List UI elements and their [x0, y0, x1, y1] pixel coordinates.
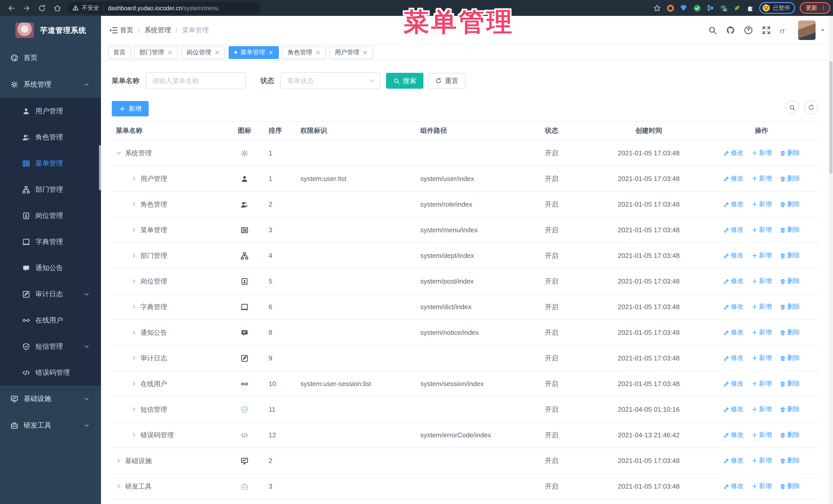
add-link[interactable]: 新增	[751, 354, 772, 362]
expand-row-icon[interactable]	[131, 432, 137, 438]
page-scrollbar[interactable]	[829, 16, 833, 504]
sidebar-logo-row[interactable]: 芋道管理系统	[0, 16, 101, 45]
table-row[interactable]: 角色管理 2 system/role/index 开启 2021-01-05 1…	[112, 192, 821, 217]
sidebar-item-home[interactable]: 首页	[0, 45, 101, 71]
edit-link[interactable]: 修改	[723, 379, 743, 388]
table-row[interactable]: 菜单管理 3 system/menu/index 开启 2021-01-05 1…	[112, 217, 821, 243]
reload-icon[interactable]	[38, 4, 46, 12]
expand-row-icon[interactable]	[131, 407, 137, 412]
scrollbar-thumb[interactable]	[829, 61, 832, 174]
delete-link[interactable]: 删除	[780, 482, 800, 491]
edit-link[interactable]: 修改	[723, 277, 743, 286]
sidebar-item-dev-tools[interactable]: 研发工具	[0, 412, 101, 439]
close-icon[interactable]	[362, 49, 368, 55]
table-row[interactable]: 基础设施 2 开启 2021-01-05 17:03:48 修改 新增 删除	[112, 448, 821, 474]
expand-row-icon[interactable]	[131, 355, 137, 361]
expand-row-icon[interactable]	[131, 330, 137, 335]
tab-首页[interactable]: 首页	[108, 46, 131, 59]
breadcrumb-system[interactable]: 系统管理	[144, 26, 171, 35]
tab-用户管理[interactable]: 用户管理	[330, 46, 373, 59]
table-row[interactable]: 部门管理 4 system/dept/index 开启 2021-01-05 1…	[112, 243, 821, 269]
sidebar-item-online-users[interactable]: 在线用户	[0, 307, 101, 333]
sidebar-item-notices[interactable]: 通知公告	[0, 255, 101, 281]
add-link[interactable]: 新增	[751, 303, 772, 311]
github-icon[interactable]	[726, 26, 735, 35]
sidebar-item-sms[interactable]: 短信管理	[0, 333, 101, 359]
reset-button[interactable]: 重置	[428, 73, 466, 89]
sidebar-item-infra[interactable]: 基础设施	[0, 386, 101, 412]
add-link[interactable]: 新增	[751, 482, 772, 491]
refresh-table-button[interactable]	[804, 100, 818, 114]
delete-link[interactable]: 删除	[780, 251, 800, 260]
tab-岗位管理[interactable]: 岗位管理	[182, 46, 225, 59]
edit-link[interactable]: 修改	[723, 303, 743, 311]
sidebar-item-depts[interactable]: 部门管理	[0, 176, 101, 202]
add-link[interactable]: 新增	[751, 225, 772, 234]
table-row[interactable]: 用户管理 1 system:user:list system/user/inde…	[112, 166, 821, 192]
sidebar-item-audit-log[interactable]: 审计日志	[0, 281, 101, 307]
kebab-menu-icon[interactable]	[820, 4, 826, 11]
table-row[interactable]: 短信管理 11 开启 2021-04-05 01:10:16 修改 新增 删除	[112, 397, 821, 423]
sidebar-fold-icon[interactable]	[109, 26, 118, 35]
user-avatar[interactable]	[798, 21, 815, 40]
edit-link[interactable]: 修改	[723, 431, 743, 439]
edit-link[interactable]: 修改	[723, 149, 743, 158]
font-size-icon[interactable]: tT	[780, 26, 789, 35]
sidebar-item-dicts[interactable]: 字典管理	[0, 229, 101, 255]
delete-link[interactable]: 删除	[780, 174, 800, 183]
edit-link[interactable]: 修改	[723, 456, 743, 465]
search-button[interactable]: 搜索	[386, 73, 423, 89]
expand-row-icon[interactable]	[116, 483, 121, 489]
table-row[interactable]: 通知公告 8 system/notice/index 开启 2021-01-05…	[112, 320, 821, 345]
delete-link[interactable]: 删除	[780, 277, 800, 286]
add-button[interactable]: 新增	[112, 101, 149, 116]
expand-row-icon[interactable]	[131, 381, 137, 387]
delete-link[interactable]: 删除	[780, 328, 800, 337]
sidebar-item-posts[interactable]: 岗位管理	[0, 202, 101, 229]
edit-link[interactable]: 修改	[723, 174, 743, 183]
add-link[interactable]: 新增	[751, 200, 772, 209]
table-row[interactable]: 岗位管理 5 system/post/index 开启 2021-01-05 1…	[112, 269, 821, 294]
home-icon[interactable]	[53, 4, 62, 12]
browser-update-button[interactable]: 更新	[800, 2, 830, 14]
delete-link[interactable]: 删除	[780, 149, 800, 158]
status-select[interactable]: 菜单状态	[280, 72, 380, 89]
edit-link[interactable]: 修改	[723, 405, 743, 414]
edit-link[interactable]: 修改	[723, 482, 743, 491]
close-icon[interactable]	[315, 49, 321, 55]
add-link[interactable]: 新增	[751, 431, 772, 439]
add-link[interactable]: 新增	[751, 456, 772, 465]
breadcrumb-home[interactable]: 首页	[120, 26, 133, 35]
bookmark-star-icon[interactable]	[652, 4, 661, 12]
close-icon[interactable]	[214, 49, 220, 55]
sidebar-item-system[interactable]: 系统管理	[0, 71, 101, 98]
add-link[interactable]: 新增	[751, 174, 772, 183]
add-link[interactable]: 新增	[751, 379, 772, 388]
expand-row-icon[interactable]	[131, 176, 137, 182]
add-link[interactable]: 新增	[751, 277, 772, 286]
forward-arrow-icon[interactable]	[22, 4, 31, 12]
ext-on-badge-icon[interactable]: on	[719, 4, 728, 12]
edit-link[interactable]: 修改	[723, 200, 743, 209]
table-row[interactable]: 审计日志 9 开启 2021-01-05 17:03:48 修改 新增 删除	[112, 345, 821, 371]
close-icon[interactable]	[268, 49, 274, 55]
sidebar-scrollbar-thumb[interactable]	[99, 145, 101, 190]
table-row[interactable]: 字典管理 6 system/dict/index 开启 2021-01-05 1…	[112, 294, 821, 320]
edit-link[interactable]: 修改	[723, 251, 743, 260]
delete-link[interactable]: 删除	[780, 431, 800, 439]
search-icon[interactable]	[708, 26, 717, 35]
tab-菜单管理[interactable]: 菜单管理	[229, 46, 279, 59]
expand-row-icon[interactable]	[131, 227, 137, 233]
show-search-button[interactable]	[785, 100, 799, 114]
add-link[interactable]: 新增	[751, 251, 772, 260]
sidebar-item-menus[interactable]: 菜单管理	[0, 150, 101, 176]
menu-name-input[interactable]	[146, 72, 246, 89]
tab-角色管理[interactable]: 角色管理	[282, 46, 326, 59]
chevron-down-icon[interactable]	[820, 27, 826, 33]
add-link[interactable]: 新增	[751, 405, 772, 414]
collapse-row-icon[interactable]	[116, 150, 121, 156]
edit-link[interactable]: 修改	[723, 225, 743, 234]
table-row[interactable]: 在线用户 10 system:user-session:list system/…	[112, 371, 821, 397]
ext-blue-gem-icon[interactable]	[679, 4, 688, 12]
ext-green-check-icon[interactable]	[693, 4, 701, 12]
